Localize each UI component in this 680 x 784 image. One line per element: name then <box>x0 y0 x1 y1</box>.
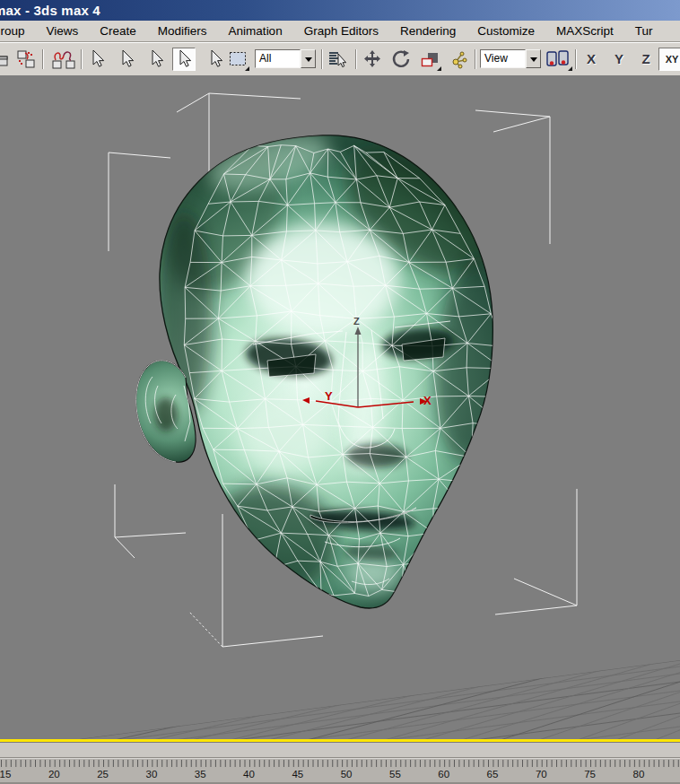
selection-filter-dropdown-button[interactable] <box>301 49 316 68</box>
selection-filter-value[interactable]: All <box>255 49 301 68</box>
select-and-move-icon <box>362 48 383 70</box>
timeline-frame-label: 70 <box>536 769 547 780</box>
perspective-viewport[interactable]: ZXY <box>0 75 680 739</box>
window-title: max - 3ds max 4 <box>0 1 100 21</box>
menu-group[interactable]: Group <box>0 24 25 38</box>
gizmo-z-label: Z <box>353 316 360 327</box>
reference-coordinate-system-dropdown-button[interactable] <box>526 49 541 68</box>
main-toolbar: All <box>0 42 680 75</box>
select-and-rotate-button[interactable] <box>389 48 413 71</box>
restrict-to-z-button[interactable]: Z <box>634 48 658 71</box>
title-bar: max - 3ds max 4 <box>0 0 680 21</box>
select-and-scale-icon <box>419 48 440 70</box>
toolbar-separator <box>575 49 577 69</box>
timeline-frame-label: 35 <box>195 769 206 780</box>
timeline-frame-label: 45 <box>292 769 303 780</box>
timeline-frame-label: 20 <box>48 769 60 780</box>
head-model <box>136 119 520 608</box>
gizmo-x-label: X <box>423 394 432 407</box>
unlink-selection-button[interactable] <box>14 48 38 71</box>
toolbar-separator <box>81 49 83 69</box>
select-and-scale-button[interactable] <box>418 48 441 71</box>
menu-maxscript[interactable]: MAXScript <box>556 24 614 38</box>
select-arrow-5-button[interactable] <box>204 48 227 71</box>
select-and-manipulate-button[interactable] <box>447 48 470 71</box>
timeline-frame-label: 40 <box>243 769 255 780</box>
rectangular-selection-region-icon <box>227 48 248 70</box>
timeline-frame-label: 30 <box>146 769 158 780</box>
selection-filter-combo[interactable]: All <box>255 49 316 68</box>
select-arrow-5-icon <box>205 48 226 70</box>
select-arrow-3-button[interactable] <box>144 48 168 71</box>
restrict-to-xy-plane-button[interactable]: XY <box>658 48 680 71</box>
menu-animation[interactable]: Animation <box>229 24 283 38</box>
time-slider-ruler[interactable]: 1520253035404550556065707580 <box>0 758 680 784</box>
select-and-rotate-icon <box>390 48 412 70</box>
timeline-frame-label: 55 <box>389 769 401 780</box>
timeline-frame-label: 65 <box>487 769 499 780</box>
toolbar-separator <box>475 49 476 69</box>
select-arrow-1-button[interactable] <box>85 48 109 71</box>
select-and-manipulate-icon <box>448 48 469 70</box>
restrict-to-y-button[interactable]: Y <box>607 48 631 71</box>
gizmo-y-label: Y <box>325 389 333 403</box>
bind-to-space-warp-icon <box>49 48 78 70</box>
rectangular-selection-region-button[interactable] <box>226 48 249 71</box>
timeline-frame-label: 75 <box>584 769 596 780</box>
restrict-to-x-button[interactable]: X <box>580 48 603 71</box>
bind-to-space-warp-button[interactable] <box>48 48 79 71</box>
ruler-ticks: 1520253035404550556065707580 <box>0 758 680 784</box>
track-bar[interactable] <box>0 742 680 758</box>
select-arrow-2-icon <box>116 48 137 70</box>
menu-bar: GroupViewsCreateModifiersAnimationGraph … <box>0 21 680 42</box>
select-arrow-4-icon <box>173 48 195 70</box>
timeline-frame-label: 15 <box>0 769 11 780</box>
select-and-move-button[interactable] <box>361 48 384 71</box>
reference-coordinate-system-value[interactable]: View <box>480 49 526 68</box>
menu-rendering[interactable]: Rendering <box>400 24 456 38</box>
use-pivot-point-center-button[interactable] <box>544 48 572 71</box>
select-by-name-button[interactable] <box>325 48 348 71</box>
select-and-link-icon <box>0 48 10 70</box>
menu-views[interactable]: Views <box>47 24 79 38</box>
timeline-frame-label: 80 <box>633 769 645 780</box>
toolbar-separator <box>42 49 44 69</box>
menu-customize[interactable]: Customize <box>477 24 535 38</box>
timeline-frame-label: 25 <box>97 769 109 780</box>
select-arrow-4-button[interactable] <box>172 48 196 71</box>
menu-create[interactable]: Create <box>100 24 136 38</box>
timeline-frame-label: 60 <box>438 769 449 780</box>
menu-tur[interactable]: Tur <box>635 24 653 38</box>
viewport-canvas[interactable]: ZXY <box>0 75 680 739</box>
reference-coordinate-system-combo[interactable]: View <box>480 49 541 68</box>
menu-graph-editors[interactable]: Graph Editors <box>304 24 379 38</box>
timeline-frame-label: 50 <box>341 769 353 780</box>
select-arrow-2-button[interactable] <box>115 48 138 71</box>
use-pivot-point-center-icon <box>545 48 571 70</box>
toolbar-separator <box>355 49 357 69</box>
unlink-selection-icon <box>15 48 37 70</box>
select-arrow-3-icon <box>145 48 167 70</box>
toolbar-separator <box>321 49 323 69</box>
select-by-name-icon <box>326 48 347 70</box>
3ds-max-window: { "title_bar": { "title": "max - 3ds max… <box>0 0 680 784</box>
select-arrow-1-icon <box>86 48 108 70</box>
select-and-link-button[interactable] <box>0 48 11 71</box>
menu-modifiers[interactable]: Modifiers <box>158 24 207 38</box>
